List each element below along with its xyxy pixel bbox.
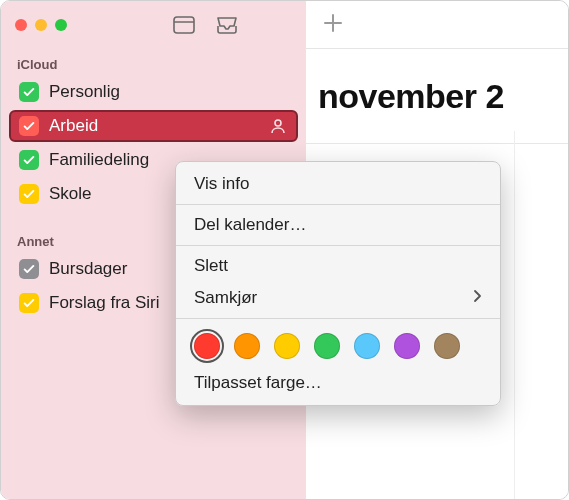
checkbox-icon[interactable] (19, 150, 39, 170)
color-swatch-purple[interactable] (394, 333, 420, 359)
checkbox-icon[interactable] (19, 116, 39, 136)
calendar-label: Arbeid (49, 116, 98, 136)
menu-item-delete[interactable]: Slett (176, 250, 500, 282)
calendar-view-icon[interactable] (173, 15, 195, 35)
color-swatch-brown[interactable] (434, 333, 460, 359)
checkbox-icon[interactable] (19, 259, 39, 279)
calendar-label: Skole (49, 184, 92, 204)
menu-item-show-info[interactable]: Vis info (176, 168, 500, 200)
menu-separator (176, 245, 500, 246)
svg-point-2 (275, 120, 281, 126)
sidebar-item-personlig[interactable]: Personlig (9, 76, 298, 108)
fullscreen-window-button[interactable] (55, 19, 67, 31)
chevron-right-icon (473, 288, 482, 308)
calendar-label: Bursdager (49, 259, 127, 279)
calendar-label: Familiedeling (49, 150, 149, 170)
color-swatch-row (176, 323, 500, 367)
checkbox-icon[interactable] (19, 293, 39, 313)
sidebar-toolbar (173, 15, 239, 35)
grid-line (514, 131, 515, 499)
menu-label: Tilpasset farge… (194, 373, 322, 393)
menu-item-custom-color[interactable]: Tilpasset farge… (176, 367, 500, 399)
main-toolbar (306, 1, 568, 49)
color-swatch-orange[interactable] (234, 333, 260, 359)
inbox-icon[interactable] (215, 15, 239, 35)
color-swatch-red[interactable] (194, 333, 220, 359)
calendar-label: Forslag fra Siri (49, 293, 160, 313)
menu-label: Slett (194, 256, 228, 276)
menu-item-merge[interactable]: Samkjør (176, 282, 500, 314)
close-window-button[interactable] (15, 19, 27, 31)
month-title: november 2 (306, 49, 568, 116)
menu-label: Del kalender… (194, 215, 306, 235)
titlebar (1, 1, 306, 49)
menu-label: Samkjør (194, 288, 257, 308)
checkbox-icon[interactable] (19, 82, 39, 102)
share-indicator-icon (268, 118, 288, 134)
menu-label: Vis info (194, 174, 249, 194)
sidebar-item-arbeid[interactable]: Arbeid (9, 110, 298, 142)
svg-rect-0 (174, 17, 194, 33)
calendar-label: Personlig (49, 82, 120, 102)
color-swatch-yellow[interactable] (274, 333, 300, 359)
sidebar-section-header-icloud: iCloud (1, 49, 306, 76)
window-controls (15, 19, 67, 31)
checkbox-icon[interactable] (19, 184, 39, 204)
menu-separator (176, 204, 500, 205)
divider (306, 142, 568, 144)
calendar-window: iCloud Personlig Arbeid (0, 0, 569, 500)
calendar-context-menu: Vis info Del kalender… Slett Samkjør Ti (175, 161, 501, 406)
menu-item-share-calendar[interactable]: Del kalender… (176, 209, 500, 241)
add-event-icon[interactable] (322, 12, 344, 38)
color-swatch-green[interactable] (314, 333, 340, 359)
menu-separator (176, 318, 500, 319)
color-swatch-blue[interactable] (354, 333, 380, 359)
minimize-window-button[interactable] (35, 19, 47, 31)
